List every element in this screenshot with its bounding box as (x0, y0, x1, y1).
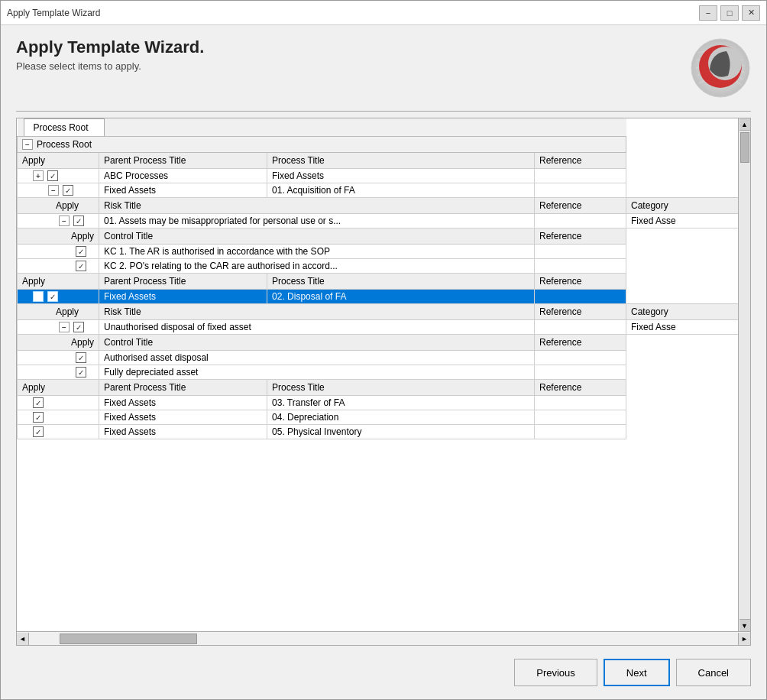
checkbox-ctrl-2[interactable] (76, 261, 86, 271)
checkbox-phys[interactable] (33, 426, 44, 437)
control-title-1: KC 1. The AR is authorised in accordance… (99, 245, 535, 259)
title-bar-buttons: − □ ✕ (699, 5, 760, 21)
apply-cell-abc: + (21, 170, 95, 181)
apply-cell-transfer (21, 397, 95, 408)
maximize-button[interactable]: □ (720, 5, 739, 21)
control-row-2[interactable]: KC 2. PO's relating to the CAR are autho… (18, 259, 750, 274)
process-row-acq[interactable]: − Fixed Assets 01. Acquisition of FA (18, 183, 750, 198)
process-row-disposal[interactable]: − Fixed Assets 02. Disposal of FA (18, 290, 750, 304)
apply-cell-ctrl-1 (21, 246, 95, 257)
process-row-transfer[interactable]: Fixed Assets 03. Transfer of FA (18, 396, 750, 410)
apply-cell-ctrl-3 (21, 352, 95, 363)
ref-disposal (535, 290, 626, 304)
col-header-ref-ctrl-2: Reference (535, 335, 626, 351)
main-table-container[interactable]: ▲ ▼ Process Root (16, 118, 751, 632)
apply-cell-risk-2: − (21, 322, 95, 332)
minimize-button[interactable]: − (699, 5, 717, 21)
expand-disposal[interactable]: − (33, 291, 44, 302)
col-header-process-3: Process Title (267, 380, 535, 396)
control-row-4[interactable]: Fully depreciated asset (18, 365, 750, 380)
scroll-up-button[interactable]: ▲ (739, 118, 750, 131)
main-window: Apply Template Wizard − □ ✕ Apply Templa… (0, 0, 767, 700)
checkbox-ctrl-4[interactable] (76, 367, 86, 378)
scroll-track (739, 131, 750, 619)
scroll-right-button[interactable]: ► (738, 633, 750, 645)
checkbox-risk-1[interactable] (73, 216, 84, 226)
previous-button[interactable]: Previous (514, 659, 597, 686)
checkbox-abc[interactable] (47, 170, 58, 181)
vertical-scrollbar[interactable]: ▲ ▼ (738, 118, 750, 631)
col-header-risk-2: Risk Title (99, 304, 535, 320)
control-title-2: KC 2. PO's relating to the CAR are autho… (99, 259, 535, 274)
ref-abc (535, 169, 626, 183)
parent-transfer: Fixed Assets (99, 396, 267, 410)
col-header-apply-risk-1: Apply (18, 198, 99, 214)
ref-phys (535, 425, 626, 439)
col-header-process-1: Process Title (267, 153, 535, 169)
col-header-ref-risk-2: Reference (535, 304, 626, 320)
checkbox-ctrl-1[interactable] (76, 246, 86, 257)
col-header-ref-2: Reference (535, 274, 626, 290)
control-ref-2 (535, 259, 626, 274)
control-ref-1 (535, 245, 626, 259)
col-header-parent-2: Parent Process Title (99, 274, 267, 290)
main-tree-table: Process Root − Process Root Apply (17, 118, 750, 439)
process-root-expand[interactable]: − (22, 139, 33, 150)
col-header-ctrl-1: Control Title (99, 228, 535, 245)
risk-table-2-header: Apply Risk Title Reference Category (18, 304, 750, 320)
expand-risk-2[interactable]: − (59, 322, 70, 332)
col-header-process-2: Process Title (267, 274, 535, 290)
col-header-ref-1: Reference (535, 153, 626, 169)
risk-title-1: 01. Assets may be misappropriated for pe… (99, 214, 535, 228)
ref-transfer (535, 396, 626, 410)
col-header-ref-3: Reference (535, 380, 626, 396)
checkbox-disposal[interactable] (47, 291, 58, 302)
process-disposal: 02. Disposal of FA (267, 290, 535, 304)
process-row-phys[interactable]: Fixed Assets 05. Physical Inventory (18, 425, 750, 439)
col-header-ctrl-2: Control Title (99, 335, 535, 351)
expand-acq[interactable]: − (48, 185, 59, 196)
apply-cell-acq: − (21, 185, 95, 196)
process-transfer: 03. Transfer of FA (267, 396, 535, 410)
checkbox-risk-2[interactable] (73, 322, 84, 332)
expand-abc[interactable]: + (33, 170, 44, 181)
apply-cell-ctrl-4 (21, 367, 95, 378)
col-header-apply-risk-2: Apply (18, 304, 99, 320)
col-header-apply-ctrl-2: Apply (18, 335, 99, 351)
col-header-apply-2: Apply (18, 274, 99, 290)
scroll-thumb[interactable] (740, 132, 749, 163)
process-row-abc[interactable]: + ABC Processes Fixed Assets (18, 169, 750, 183)
process-root-header-row: − Process Root (18, 137, 750, 153)
apply-cell-depr (21, 412, 95, 423)
close-button[interactable]: ✕ (742, 5, 760, 21)
col-header-cat-risk-1: Category (626, 198, 750, 214)
cancel-button[interactable]: Cancel (676, 659, 751, 686)
checkbox-ctrl-3[interactable] (76, 352, 86, 363)
checkbox-acq[interactable] (63, 185, 73, 196)
control-title-4: Fully depreciated asset (99, 365, 535, 380)
control-ref-4 (535, 365, 626, 380)
checkbox-depr[interactable] (33, 412, 44, 423)
window-title: Apply Template Wizard (7, 8, 101, 18)
process-row-depr[interactable]: Fixed Assets 04. Depreciation (18, 410, 750, 425)
parent-disposal: Fixed Assets (99, 290, 267, 304)
control-row-3[interactable]: Authorised asset disposal (18, 351, 750, 365)
risk-row-1[interactable]: − 01. Assets may be misappropriated for … (18, 214, 750, 228)
next-button[interactable]: Next (604, 659, 670, 686)
h-scroll-thumb[interactable] (60, 634, 197, 644)
title-bar: Apply Template Wizard − □ ✕ (1, 1, 766, 25)
process-abc: Fixed Assets (267, 169, 535, 183)
control-ref-3 (535, 351, 626, 365)
checkbox-transfer[interactable] (33, 397, 44, 408)
scroll-down-button[interactable]: ▼ (739, 619, 750, 631)
process-root-tab[interactable]: Process Root (24, 118, 105, 136)
apply-cell-risk-1: − (21, 216, 95, 226)
scroll-left-button[interactable]: ◄ (17, 633, 29, 645)
expand-risk-1[interactable]: − (59, 216, 70, 226)
control-row-1[interactable]: KC 1. The AR is authorised in accordance… (18, 245, 750, 259)
header-section: Apply Template Wizard. Please select ite… (16, 37, 751, 99)
apply-cell-disposal: − (21, 291, 95, 302)
h-scroll-track (29, 634, 738, 644)
risk-row-2[interactable]: − Unauthorised disposal of fixed asset F… (18, 320, 750, 335)
horizontal-scrollbar[interactable]: ◄ ► (16, 632, 751, 646)
